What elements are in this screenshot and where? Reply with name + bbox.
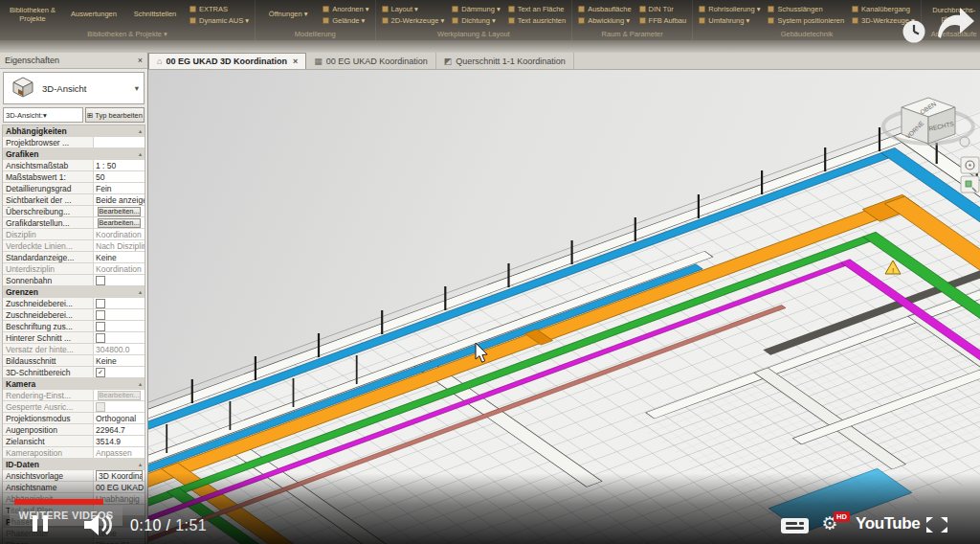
- 3d-viewport[interactable]: ! OBEN VORNE RECHTS: [148, 69, 980, 544]
- property-label: Überschreibung...: [3, 206, 94, 216]
- ribbon-button[interactable]: Gelände ▾: [320, 16, 371, 25]
- property-value[interactable]: Koordination: [94, 263, 145, 274]
- property-value[interactable]: Bearbeiten...: [94, 390, 145, 400]
- edit-button[interactable]: Bearbeiten...: [98, 391, 141, 400]
- watch-later-button[interactable]: [901, 18, 927, 45]
- ribbon-button[interactable]: EXTRAS: [187, 5, 252, 13]
- close-icon[interactable]: ×: [293, 57, 298, 66]
- property-value[interactable]: [94, 137, 145, 147]
- property-value[interactable]: Koordination: [94, 229, 145, 239]
- property-value[interactable]: Keine: [94, 252, 145, 262]
- property-value[interactable]: 50: [94, 171, 145, 182]
- close-icon[interactable]: ×: [138, 53, 143, 68]
- ribbon-button[interactable]: Text ausrichten: [505, 16, 568, 25]
- ribbon-button[interactable]: Text an Fläche: [505, 5, 568, 13]
- share-button[interactable]: [932, 4, 978, 42]
- checkbox[interactable]: [96, 299, 105, 308]
- ribbon-button[interactable]: Umfahrung ▾: [696, 16, 763, 25]
- ribbon-button[interactable]: DIN Tür: [636, 5, 690, 13]
- checkbox[interactable]: ✓: [96, 368, 105, 377]
- property-value[interactable]: [94, 309, 145, 320]
- ribbon-button[interactable]: Schnittstellen: [125, 11, 185, 19]
- progress-bar-played[interactable]: [14, 499, 103, 505]
- fullscreen-button[interactable]: [924, 515, 949, 534]
- ribbon-button[interactable]: Kanalübergang: [849, 5, 918, 13]
- checkbox[interactable]: [96, 322, 105, 331]
- collapse-icon[interactable]: ▴: [139, 461, 142, 467]
- property-label: Standardanzeige...: [3, 252, 94, 262]
- property-value[interactable]: [94, 332, 145, 343]
- ribbon-button[interactable]: Layout ▾: [379, 5, 448, 13]
- edit-button[interactable]: Bearbeiten...: [98, 207, 141, 216]
- property-value[interactable]: [94, 321, 145, 331]
- checkbox[interactable]: [96, 310, 105, 320]
- property-value[interactable]: Anpassen: [94, 447, 145, 458]
- property-value[interactable]: 3D Koordination 1/50 fein: [94, 470, 145, 481]
- property-section-header[interactable]: Abhängigkeiten▴: [3, 125, 145, 137]
- property-value[interactable]: [94, 275, 145, 285]
- property-value[interactable]: 00 EG UKAD 3D Koordin...: [94, 482, 145, 492]
- pause-button[interactable]: [27, 515, 63, 536]
- ribbon-button[interactable]: Auswertungen: [64, 11, 123, 19]
- view-tab[interactable]: ◩Querschnitt 1-1 Koordination: [436, 53, 574, 69]
- property-row: Sonnenbahn: [3, 275, 145, 286]
- youtube-logo[interactable]: YouTube: [856, 514, 920, 533]
- edit-type-button[interactable]: ⊞ Typ bearbeiten: [85, 107, 145, 123]
- property-value[interactable]: ✓: [94, 367, 145, 377]
- view-tab[interactable]: ⌂00 EG UKAD 3D Koordination×: [148, 53, 306, 69]
- property-value[interactable]: [94, 298, 145, 308]
- collapse-icon[interactable]: ▴: [139, 127, 142, 134]
- volume-button[interactable]: [82, 512, 117, 541]
- property-value[interactable]: Beide anzeigen: [94, 194, 145, 205]
- checkbox[interactable]: [96, 333, 105, 343]
- ribbon-button[interactable]: 2D-Werkzeuge ▾: [379, 16, 448, 25]
- collapse-icon[interactable]: ▴: [139, 150, 142, 157]
- property-section-header[interactable]: Grenzen▴: [3, 286, 145, 298]
- property-section-header[interactable]: ID-Daten▴: [3, 459, 145, 470]
- edit-button[interactable]: Bearbeiten...: [98, 218, 141, 228]
- property-value[interactable]: Bearbeiten...: [94, 217, 145, 228]
- property-value[interactable]: 22964.7: [94, 424, 145, 435]
- ribbon-button[interactable]: Rohrisolierung ▾: [696, 5, 763, 13]
- property-row: Gesperrte Ausric...: [3, 401, 145, 413]
- ribbon-button[interactable]: FFB Aufbau: [636, 16, 690, 25]
- property-value[interactable]: Orthogonal: [94, 413, 145, 423]
- property-value[interactable]: Keine: [94, 355, 145, 366]
- property-row: Projektbrowser ...: [3, 137, 145, 148]
- ribbon-button[interactable]: Anordnen ▾: [320, 5, 371, 13]
- ribbon-button[interactable]: Bibliotheken & Projekte: [3, 7, 62, 23]
- property-label: 3D-Schnittbereich: [3, 367, 94, 377]
- ribbon-button[interactable]: Dynamic AUS ▾: [187, 16, 252, 25]
- ribbon-button-icon: [189, 17, 196, 24]
- property-value[interactable]: Fein: [94, 183, 145, 193]
- property-section-header[interactable]: Grafiken▴: [3, 148, 145, 160]
- property-value[interactable]: Nach Disziplin: [94, 240, 145, 251]
- chevron-down-icon[interactable]: ▾: [130, 83, 144, 93]
- ribbon-button-icon: [639, 17, 646, 24]
- view-tab[interactable]: ▦00 EG UKAD Koordination: [306, 53, 436, 69]
- instance-combo[interactable]: 3D-Ansicht: 00 EG UKA ▾: [3, 107, 83, 123]
- property-value[interactable]: 1 : 50: [94, 160, 145, 170]
- property-value[interactable]: Bearbeiten...: [94, 206, 145, 216]
- collapse-icon[interactable]: ▴: [139, 380, 142, 387]
- property-value[interactable]: 3514.9: [94, 436, 145, 446]
- property-label: Augenposition: [3, 424, 94, 435]
- checkbox[interactable]: [96, 402, 105, 412]
- ribbon-button[interactable]: Ausbaufläche: [575, 5, 634, 13]
- checkbox[interactable]: [96, 276, 105, 285]
- ribbon-group: Öffnungen ▾Anordnen ▾Gelände ▾Modellieru…: [256, 0, 375, 40]
- ribbon-button[interactable]: Dichtung ▾: [449, 16, 502, 25]
- collapse-icon[interactable]: ▴: [139, 288, 142, 295]
- ribbon-button[interactable]: Abwicklung ▾: [575, 16, 634, 25]
- ribbon-button[interactable]: Schusslängen: [765, 5, 847, 13]
- type-selector[interactable]: 3D-Ansicht ▾: [3, 72, 145, 104]
- ribbon-button[interactable]: Öffnungen ▾: [258, 11, 318, 19]
- property-section-header[interactable]: Kamera▴: [3, 378, 145, 390]
- ribbon-button[interactable]: Dämmung ▾: [449, 5, 502, 13]
- ribbon-button[interactable]: System positionieren: [765, 16, 847, 25]
- property-row: Sichtbarkeit der ...Beide anzeigen: [3, 194, 145, 206]
- ribbon-button-icon: [189, 6, 196, 12]
- subtitles-button[interactable]: [781, 518, 809, 533]
- property-value[interactable]: 304800.0: [94, 344, 145, 354]
- property-value[interactable]: [94, 401, 145, 412]
